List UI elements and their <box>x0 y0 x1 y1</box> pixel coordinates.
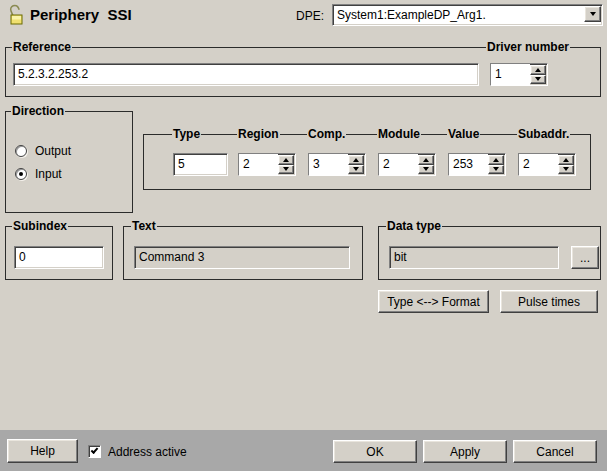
radio-output-label: Output <box>35 144 71 158</box>
module-stepper[interactable]: 2 <box>378 153 436 176</box>
dpe-dropdown-button[interactable] <box>584 6 601 22</box>
comp-down-button[interactable] <box>348 165 364 175</box>
driver-number-stepper[interactable]: 1 <box>490 63 548 86</box>
chevron-down-icon <box>590 12 596 16</box>
subindex-input[interactable]: 0 <box>14 246 104 269</box>
direction-group-label: Direction <box>11 103 65 119</box>
comp-stepper[interactable]: 3 <box>308 153 366 176</box>
region-stepper[interactable]: 2 <box>238 153 296 176</box>
arrow-down-icon <box>493 167 499 171</box>
type-label: Type <box>172 126 201 142</box>
dialog-title: Periphery SSI <box>30 6 132 23</box>
periphery-ssi-dialog: Periphery SSI DPE: System1:ExampleDP_Arg… <box>0 0 607 471</box>
radio-input-label: Input <box>35 167 62 181</box>
subaddr-down-button[interactable] <box>558 165 574 175</box>
text-field: Command 3 <box>134 246 350 269</box>
reference-group-label: Reference <box>12 39 72 55</box>
type-value: 5 <box>174 154 227 171</box>
driver-number-down-button[interactable] <box>530 75 546 85</box>
value-label: Value <box>447 126 480 142</box>
subindex-group: Subindex 0 <box>5 226 113 280</box>
text-group: Text Command 3 <box>123 226 363 280</box>
direction-group: Direction Output Input <box>5 111 133 213</box>
type-format-button[interactable]: Type <--> Format <box>378 290 489 313</box>
dpe-combobox[interactable]: System1:ExampleDP_Arg1. <box>332 4 603 26</box>
module-down-button[interactable] <box>418 165 434 175</box>
arrow-down-icon <box>353 167 359 171</box>
module-label: Module <box>377 126 421 142</box>
region-up-button[interactable] <box>278 155 294 165</box>
comp-up-button[interactable] <box>348 155 364 165</box>
pulse-times-button[interactable]: Pulse times <box>500 290 598 313</box>
text-value: Command 3 <box>135 247 349 264</box>
module-up-button[interactable] <box>418 155 434 165</box>
subindex-value: 0 <box>15 247 103 264</box>
datatype-value: bit <box>390 247 558 264</box>
help-button[interactable]: Help <box>7 439 78 463</box>
subaddr-label: Subaddr. <box>517 126 570 142</box>
arrow-up-icon <box>493 158 499 162</box>
subaddr-value[interactable]: 2 <box>519 154 558 175</box>
address-active-label: Address active <box>108 445 187 459</box>
region-label: Region <box>237 126 280 142</box>
radio-output-circle[interactable] <box>15 145 27 157</box>
radio-output[interactable]: Output <box>15 144 71 158</box>
datatype-field: bit <box>389 246 559 269</box>
driver-number-value[interactable]: 1 <box>491 64 530 85</box>
region-value[interactable]: 2 <box>239 154 278 175</box>
driver-number-group-label: Driver number <box>486 39 570 55</box>
arrow-down-icon <box>283 167 289 171</box>
arrow-up-icon <box>563 158 569 162</box>
arrow-up-icon <box>535 68 541 72</box>
datatype-group: Data type bit ... <box>378 226 601 280</box>
text-group-label: Text <box>131 218 157 234</box>
driver-number-up-button[interactable] <box>530 65 546 75</box>
arrow-down-icon <box>423 167 429 171</box>
reference-input[interactable]: 5.2.3.2.253.2 <box>13 63 479 86</box>
arrow-up-icon <box>423 158 429 162</box>
cancel-button[interactable]: Cancel <box>513 440 597 463</box>
subindex-group-label: Subindex <box>12 218 68 234</box>
dpe-label: DPE: <box>296 9 324 23</box>
module-value[interactable]: 2 <box>379 154 418 175</box>
check-icon <box>91 446 99 454</box>
comp-label: Comp. <box>307 126 346 142</box>
apply-button[interactable]: Apply <box>423 440 507 463</box>
arrow-up-icon <box>283 158 289 162</box>
reference-value: 5.2.3.2.253.2 <box>14 64 478 81</box>
address-active-checkbox[interactable] <box>88 445 101 458</box>
value-stepper[interactable]: 253 <box>448 153 506 176</box>
arrow-down-icon <box>563 167 569 171</box>
subaddr-stepper[interactable]: 2 <box>518 153 576 176</box>
address-group: Type Region Comp. Module Value Subaddr. … <box>143 134 591 190</box>
open-padlock-icon <box>7 3 26 27</box>
value-up-button[interactable] <box>488 155 504 165</box>
arrow-down-icon <box>535 77 541 81</box>
arrow-up-icon <box>353 158 359 162</box>
comp-value[interactable]: 3 <box>309 154 348 175</box>
region-down-button[interactable] <box>278 165 294 175</box>
dpe-combobox-value: System1:ExampleDP_Arg1. <box>333 5 584 25</box>
value-value[interactable]: 253 <box>449 154 488 175</box>
radio-input-circle[interactable] <box>15 168 27 180</box>
type-input[interactable]: 5 <box>173 153 228 176</box>
ok-button[interactable]: OK <box>333 440 417 463</box>
value-down-button[interactable] <box>488 165 504 175</box>
datatype-browse-button[interactable]: ... <box>571 246 599 269</box>
radio-input[interactable]: Input <box>15 167 62 181</box>
footer-bar: Help Address active OK Apply Cancel <box>0 430 607 471</box>
subaddr-up-button[interactable] <box>558 155 574 165</box>
reference-group: Reference Driver number 5.2.3.2.253.2 1 <box>5 47 601 97</box>
datatype-group-label: Data type <box>386 218 442 234</box>
